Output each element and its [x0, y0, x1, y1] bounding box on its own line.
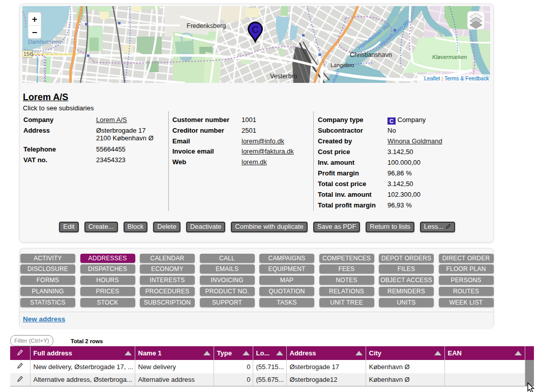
svg-text:Vesterbro: Vesterbro	[270, 73, 297, 80]
svg-text:Langebro: Langebro	[331, 62, 354, 68]
svg-text:Damhussøen: Damhussøen	[28, 39, 61, 45]
svg-text:Leaflet | Terms & Feedback: Leaflet | Terms & Feedback	[424, 75, 489, 81]
svg-text:C: C	[252, 24, 259, 35]
svg-text:−: −	[32, 27, 38, 38]
svg-text:Kløvermarken: Kløvermarken	[432, 54, 467, 60]
svg-text:+: +	[32, 14, 38, 24]
svg-text:Frederiksberg: Frederiksberg	[187, 22, 226, 29]
svg-text:156: 156	[23, 51, 33, 57]
svg-text:Christianshavn: Christianshavn	[350, 51, 392, 58]
